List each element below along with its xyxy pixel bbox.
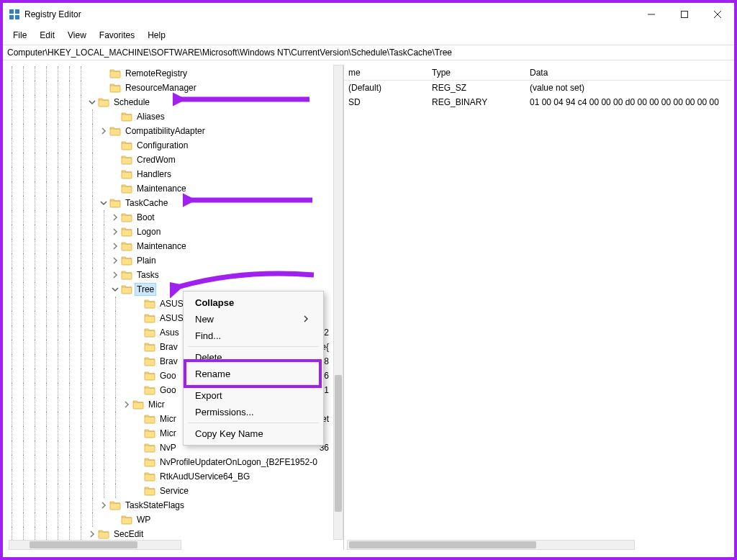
address-bar[interactable]: Computer\HKEY_LOCAL_MACHINE\SOFTWARE\Mic… xyxy=(3,45,734,60)
folder-icon xyxy=(121,183,132,194)
tree-row[interactable]: Handlers xyxy=(6,167,343,181)
tree-row[interactable]: SecEdit xyxy=(6,527,343,541)
chevron-down-icon[interactable] xyxy=(86,95,98,109)
tree-node-maintenance2: Maintenance xyxy=(135,240,188,252)
chevron-down-icon[interactable] xyxy=(98,196,109,210)
svg-rect-5 xyxy=(682,12,688,18)
tree-row[interactable]: Configuration xyxy=(6,138,343,153)
folder-icon xyxy=(144,312,155,324)
tree-vscrollbar[interactable] xyxy=(333,65,343,540)
menu-bar: File Edit View Favorites Help xyxy=(3,26,734,45)
value-data: (value not set) xyxy=(525,83,731,93)
menu-favorites[interactable]: Favorites xyxy=(94,28,140,42)
tree-row[interactable]: NvProfileUpdaterOnLogon_{B2FE1952-0 xyxy=(6,455,343,469)
chevron-right-icon[interactable] xyxy=(98,124,109,138)
tree-node-micro1: Micr xyxy=(147,399,166,410)
value-name: SD xyxy=(344,97,428,107)
chevron-right-icon[interactable] xyxy=(86,527,98,541)
tree-row[interactable]: WP xyxy=(6,512,343,527)
folder-icon xyxy=(121,111,132,122)
ctx-collapse[interactable]: Collapse xyxy=(184,294,323,311)
tree-row[interactable]: RtkAudUService64_BG xyxy=(6,469,343,484)
chevron-right-icon[interactable] xyxy=(109,239,121,253)
tree-row[interactable]: TaskStateFlags xyxy=(6,498,343,512)
tree-row[interactable]: CredWom xyxy=(6,153,343,167)
tree-row[interactable]: Aliases xyxy=(6,109,343,124)
col-data[interactable]: Data xyxy=(525,66,731,80)
ctx-copy-key-name[interactable]: Copy Key Name xyxy=(184,425,323,442)
tree-row[interactable]: Plain xyxy=(6,253,343,268)
tree-row[interactable]: CompatibilityAdapter xyxy=(6,124,343,138)
tree-node-rtk: RtkAudUService64_BG xyxy=(158,471,251,482)
tree-row[interactable]: Tasks xyxy=(6,268,343,282)
folder-icon xyxy=(109,125,121,137)
chevron-right-icon[interactable] xyxy=(109,225,121,239)
minimize-button[interactable] xyxy=(635,3,668,26)
values-hscrollbar[interactable] xyxy=(347,540,635,550)
tree-row[interactable]: Maintenance xyxy=(6,239,343,253)
close-button[interactable] xyxy=(701,3,734,26)
folder-icon xyxy=(109,500,121,511)
folder-icon xyxy=(121,168,132,180)
tree-node-asus1: ASUS xyxy=(158,298,185,310)
ctx-separator xyxy=(188,423,319,423)
value-row[interactable]: SD REG_BINARY 01 00 04 94 c4 00 00 00 d0… xyxy=(344,95,731,109)
chevron-down-icon[interactable] xyxy=(109,282,121,297)
folder-icon xyxy=(144,456,155,468)
tree-row[interactable]: RemoteRegistry xyxy=(6,66,343,81)
tree-node-compatibilityadapter: CompatibilityAdapter xyxy=(124,125,207,137)
folder-icon xyxy=(144,485,155,497)
chevron-right-icon[interactable] xyxy=(98,498,109,512)
tree-row[interactable]: Maintenance xyxy=(6,181,343,196)
ctx-permissions[interactable]: Permissions... xyxy=(184,404,323,420)
tree-row[interactable]: Boot xyxy=(6,210,343,225)
value-data: 01 00 04 94 c4 00 00 00 d0 00 00 00 00 0… xyxy=(525,97,731,107)
ctx-export[interactable]: Export xyxy=(184,387,323,404)
value-row[interactable]: (Default) REG_SZ (value not set) xyxy=(344,81,731,95)
folder-icon xyxy=(121,140,132,151)
tree-node-remoteregistry: RemoteRegistry xyxy=(124,68,189,79)
tree-row[interactable]: Schedule xyxy=(6,95,343,109)
folder-icon xyxy=(144,428,155,439)
folder-icon xyxy=(98,528,109,540)
tree-row[interactable]: TaskCache xyxy=(6,196,343,210)
tree-node-taskstateflags: TaskStateFlags xyxy=(124,500,186,511)
tree-node-brave2: Brav xyxy=(158,356,179,367)
tree-node-maintenance: Maintenance xyxy=(135,183,188,194)
col-name[interactable]: me xyxy=(344,66,428,80)
tree-row[interactable]: ResourceManager xyxy=(6,81,343,95)
chevron-right-icon[interactable] xyxy=(109,253,121,268)
window-title: Registry Editor xyxy=(24,9,81,19)
menu-edit[interactable]: Edit xyxy=(34,28,60,42)
value-type: REG_SZ xyxy=(428,83,525,93)
tree-node-asus2: ASUS xyxy=(158,312,185,324)
ctx-find[interactable]: Find... xyxy=(184,328,323,344)
ctx-new[interactable]: New xyxy=(184,311,323,328)
col-type[interactable]: Type xyxy=(428,66,525,80)
menu-view[interactable]: View xyxy=(62,28,92,42)
ctx-rename[interactable]: Rename xyxy=(184,366,323,382)
maximize-button[interactable] xyxy=(668,3,701,26)
tree-row[interactable]: Service xyxy=(6,484,343,498)
chevron-right-icon[interactable] xyxy=(109,210,121,225)
menu-help[interactable]: Help xyxy=(142,28,171,42)
folder-icon xyxy=(144,442,155,453)
tree-node-asus3: Asus xyxy=(158,327,181,338)
tree-node-micro2: Micr xyxy=(158,413,178,425)
folder-icon xyxy=(144,413,155,425)
folder-icon xyxy=(109,68,121,79)
tree-node-taskcache: TaskCache xyxy=(124,197,169,209)
window-buttons xyxy=(635,3,734,26)
folder-icon xyxy=(121,212,132,223)
svg-rect-0 xyxy=(9,9,14,14)
tree-node-schedule: Schedule xyxy=(112,96,151,108)
tree-node-brave1: Brav xyxy=(158,341,179,353)
ctx-delete[interactable]: Delete xyxy=(184,349,323,366)
menu-file[interactable]: File xyxy=(7,28,32,42)
chevron-right-icon[interactable] xyxy=(109,268,121,282)
tree-hscrollbar[interactable] xyxy=(9,540,181,550)
chevron-right-icon[interactable] xyxy=(121,397,132,412)
tree-node-nvp2: NvProfileUpdaterOnLogon_{B2FE1952-0 xyxy=(158,456,319,468)
tree-node-wp: WP xyxy=(135,514,152,525)
tree-row[interactable]: Logon xyxy=(6,225,343,239)
